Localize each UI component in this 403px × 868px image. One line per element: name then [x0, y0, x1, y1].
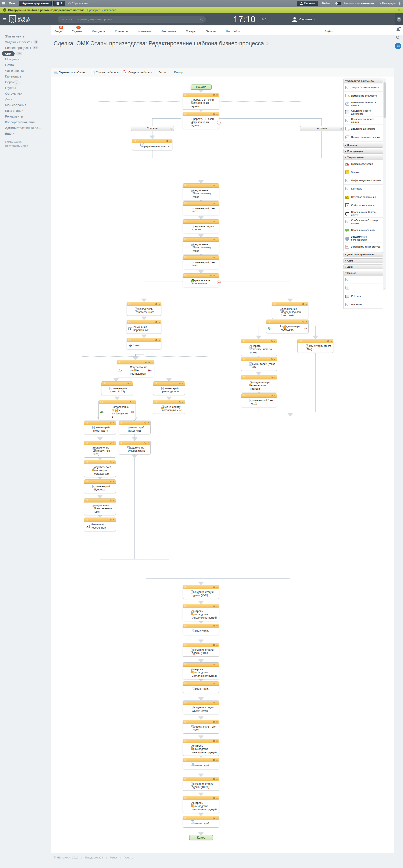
- close-icon[interactable]: ×: [330, 339, 332, 343]
- gear-icon[interactable]: ⚙: [213, 816, 215, 820]
- activity-header[interactable]: ||||–⚙×: [127, 338, 161, 342]
- yes-branch-label[interactable]: Да: [268, 327, 271, 330]
- minimize-icon[interactable]: –: [210, 93, 212, 97]
- activity-node[interactable]: ||||⚙×Ожидание стадии сделки (75%): [183, 701, 219, 714]
- gear-icon[interactable]: ⚙: [213, 682, 215, 685]
- gear-icon[interactable]: ⚙: [302, 302, 304, 306]
- close-icon[interactable]: ×: [148, 421, 149, 425]
- close-icon[interactable]: ×: [305, 302, 307, 306]
- activity-header[interactable]: ||||⚙×: [153, 400, 185, 404]
- close-icon[interactable]: ×: [182, 400, 183, 404]
- drag-handle-icon[interactable]: ||||: [184, 778, 187, 780]
- activity-header[interactable]: ||||⚙×: [241, 375, 277, 379]
- no-branch-label[interactable]: Нет: [130, 410, 134, 414]
- activity-node[interactable]: ||||⚙×Контроль производства металлоконст…: [183, 739, 219, 756]
- scroll-up-icon[interactable]: ˄: [383, 79, 386, 81]
- gear-icon[interactable]: ⚙: [129, 400, 131, 404]
- drag-handle-icon[interactable]: ||||: [184, 113, 187, 115]
- drag-handle-icon[interactable]: ||||: [86, 518, 89, 521]
- activity-header[interactable]: ||||⚙×: [183, 643, 219, 647]
- gear-icon[interactable]: ⚙: [213, 624, 215, 628]
- activity-header[interactable]: ||||⚙×: [84, 479, 116, 484]
- edit-mode-toggle[interactable]: [335, 2, 341, 5]
- gear-icon[interactable]: ⚙: [155, 320, 157, 324]
- palette-activity-Изменение элемента списка[interactable]: Изменение элемента списка: [344, 100, 383, 108]
- gear-icon[interactable]: ⚙: [179, 400, 181, 404]
- admin-menu-icon[interactable]: [2, 2, 5, 4]
- notifications-bell-button[interactable]: [396, 27, 400, 33]
- gear-icon[interactable]: ⚙: [213, 256, 215, 259]
- activity-node[interactable]: ||||⚙×Уведомление Медведь Руслан (текст …: [272, 302, 308, 319]
- activity-node[interactable]: ||||⚙×Комментарий (текст №2): [183, 202, 219, 215]
- close-icon[interactable]: ×: [216, 643, 218, 647]
- activity-node[interactable]: ||||⚙×Выезд инженера технического надзор…: [241, 375, 277, 392]
- sidebar-item-Сотрудники[interactable]: Сотрудники: [0, 91, 51, 96]
- activity-node[interactable]: ||||⚙×$Изменение переменных: [84, 518, 116, 531]
- activity-node[interactable]: ||||⚙×Счет на оплату поставщикам не: [153, 400, 185, 414]
- sidebar-item-Ещё[interactable]: Ещё: [0, 131, 51, 136]
- nav-item-Сделки[interactable]: Сделки32: [71, 26, 82, 33]
- gear-icon[interactable]: ⚙: [213, 643, 215, 647]
- minimize-icon[interactable]: –: [210, 274, 212, 277]
- add-activity-button[interactable]: +: [217, 121, 221, 124]
- drag-handle-icon[interactable]: ||||: [184, 256, 187, 258]
- footer-link-Поддержка24[interactable]: Поддержка24: [85, 856, 103, 859]
- favorite-star-icon[interactable]: ☆: [265, 41, 270, 46]
- drag-handle-icon[interactable]: ||||: [184, 817, 187, 819]
- activity-header[interactable]: ||||⚙×: [84, 460, 116, 464]
- close-icon[interactable]: ×: [113, 480, 114, 484]
- activity-header[interactable]: ||||⚙×: [183, 238, 219, 242]
- gear-icon[interactable]: ⚙: [271, 358, 273, 361]
- activity-header[interactable]: ||||⚙×: [183, 184, 219, 188]
- activity-header[interactable]: ||||–⚙×: [99, 400, 135, 404]
- sidebar-item-Почта[interactable]: Почта: [0, 62, 51, 68]
- toolbar-button-Экспорт[interactable]: Экспорт: [158, 71, 168, 74]
- activity-node[interactable]: ||||⚙×Ожидание стадии сделки: [183, 219, 219, 233]
- activity-header[interactable]: ||||⚙×: [183, 739, 219, 743]
- drag-handle-icon[interactable]: ||||: [184, 202, 187, 204]
- close-icon[interactable]: ×: [216, 624, 218, 628]
- sidebar-item-Календарь[interactable]: Календарь: [0, 73, 51, 79]
- gear-icon[interactable]: ⚙: [213, 701, 215, 705]
- activity-header[interactable]: ||||–⚙×: [183, 112, 219, 116]
- drag-handle-icon[interactable]: ||||: [128, 339, 131, 341]
- activity-node[interactable]: ||||–⚙×ДаНетВыезд инженера необходим?: [266, 319, 309, 333]
- palette-section-header[interactable]: Действия приложений: [343, 252, 383, 257]
- drag-handle-icon[interactable]: ||||: [155, 382, 158, 384]
- search-widget-icon[interactable]: [396, 36, 400, 40]
- drag-handle-icon[interactable]: ||||: [268, 320, 271, 322]
- palette-activity-Удаление документа[interactable]: Удаление документа: [344, 125, 383, 133]
- scrollbar-thumb[interactable]: [383, 82, 385, 118]
- palette-section-header[interactable]: Задания: [343, 143, 383, 148]
- nav-item-Контакты[interactable]: Контакты: [115, 26, 128, 33]
- minimize-icon[interactable]: –: [153, 338, 154, 342]
- close-icon[interactable]: ×: [216, 202, 218, 206]
- activity-header[interactable]: ||||⚙×: [241, 339, 277, 343]
- sidebar-item-Диск[interactable]: Диск: [0, 96, 51, 102]
- activity-header[interactable]: ||||⚙×: [127, 320, 161, 324]
- scroll-down-icon[interactable]: ˅: [383, 287, 386, 290]
- close-icon[interactable]: ×: [216, 663, 218, 666]
- gear-icon[interactable]: ⚙: [213, 797, 215, 800]
- close-icon[interactable]: ×: [216, 113, 218, 116]
- palette-activity-Изменение документа[interactable]: Изменение документа: [344, 92, 383, 100]
- nav-item-Компании[interactable]: Компании: [138, 26, 151, 33]
- gear-icon[interactable]: ⚙: [144, 421, 146, 425]
- drag-handle-icon[interactable]: ||||: [184, 644, 187, 646]
- activity-node[interactable]: ||||⚙×Контроль производства металлоконст…: [183, 796, 219, 813]
- activity-header[interactable]: ||||⚙×: [183, 816, 219, 820]
- activity-header[interactable]: ||||⚙×: [101, 381, 133, 385]
- activity-header[interactable]: ||||⚙×: [183, 720, 219, 724]
- gear-icon[interactable]: ⚙: [213, 663, 215, 666]
- close-icon[interactable]: ×: [216, 274, 218, 277]
- close-icon[interactable]: ×: [216, 586, 218, 589]
- drag-handle-icon[interactable]: ||||: [184, 586, 187, 588]
- palette-activity-Уведомление пользователя[interactable]: Уведомление пользователя: [344, 234, 383, 243]
- gear-icon[interactable]: ⚙: [213, 739, 215, 743]
- drag-handle-icon[interactable]: ||||: [100, 401, 103, 403]
- drag-handle-icon[interactable]: ||||: [155, 401, 158, 403]
- close-icon[interactable]: ×: [216, 604, 218, 608]
- gear-icon[interactable]: ⚙: [340, 127, 342, 131]
- gear-icon[interactable]: ⚙: [110, 518, 112, 522]
- condition-branch-node[interactable]: Условие⚙: [300, 126, 343, 131]
